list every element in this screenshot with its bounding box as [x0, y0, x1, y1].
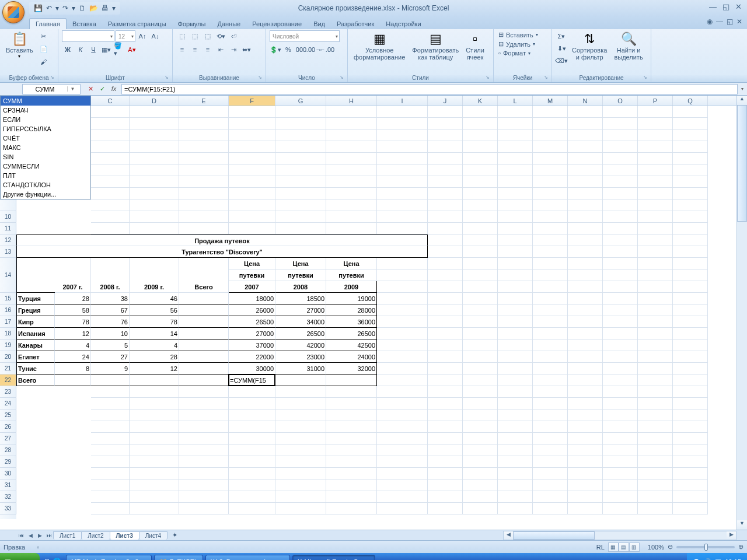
cell[interactable]: 2009 [326, 281, 377, 293]
cell[interactable] [498, 410, 533, 421]
cell[interactable] [603, 281, 638, 293]
cell[interactable] [326, 106, 377, 118]
cell[interactable] [673, 176, 708, 188]
cell[interactable] [326, 374, 377, 386]
cell[interactable] [463, 363, 498, 374]
cell[interactable] [603, 223, 638, 235]
cell[interactable] [229, 176, 275, 188]
cell[interactable] [603, 374, 638, 386]
cell[interactable]: 38 [91, 293, 130, 304]
cell[interactable] [463, 410, 498, 421]
cell[interactable] [428, 444, 463, 456]
bold-button[interactable]: Ж [62, 44, 74, 55]
row-29[interactable]: 29 [0, 456, 16, 468]
qat-save-icon[interactable]: 💾 [34, 4, 43, 12]
cell[interactable] [377, 351, 428, 363]
cell[interactable] [603, 246, 638, 258]
cell[interactable] [533, 340, 568, 351]
cell[interactable] [638, 386, 673, 398]
cell[interactable] [603, 188, 638, 200]
row-27[interactable]: 27 [0, 433, 16, 444]
cell[interactable] [603, 491, 638, 503]
cell[interactable] [130, 176, 179, 188]
cell[interactable] [498, 491, 533, 503]
row-32[interactable]: 32 [0, 491, 16, 503]
cell[interactable] [428, 351, 463, 363]
cell[interactable] [568, 491, 603, 503]
cell[interactable] [498, 480, 533, 491]
cell[interactable] [463, 118, 498, 130]
cell[interactable] [428, 188, 463, 200]
cell[interactable] [638, 421, 673, 433]
cell[interactable]: 37000 [229, 340, 275, 351]
cell[interactable] [568, 351, 603, 363]
cell[interactable] [638, 235, 673, 246]
cell[interactable] [533, 270, 568, 281]
view-layout-icon[interactable]: ▤ [619, 542, 629, 552]
cell[interactable] [377, 480, 428, 491]
cell[interactable]: Турагентство "Discovery" [16, 246, 428, 258]
cell[interactable] [275, 176, 326, 188]
cell[interactable] [377, 316, 428, 328]
cell[interactable] [326, 200, 377, 211]
cell[interactable]: 23000 [275, 351, 326, 363]
format-table-button[interactable]: ▤Форматировать как таблицу [410, 30, 461, 62]
cell[interactable] [638, 480, 673, 491]
cell[interactable] [463, 130, 498, 141]
cell[interactable] [377, 444, 428, 456]
cell[interactable]: 28000 [326, 304, 377, 316]
cell[interactable] [179, 340, 229, 351]
worksheet-grid[interactable]: C D E F G H I J K L M N O P Q 1011121314… [0, 96, 747, 530]
cell[interactable] [179, 480, 229, 491]
tab-insert[interactable]: Вставка [67, 19, 102, 29]
enter-icon[interactable]: ✓ [97, 85, 107, 93]
cell[interactable] [463, 316, 498, 328]
cell[interactable] [498, 106, 533, 118]
cell[interactable]: Греция [16, 304, 55, 316]
cell[interactable] [673, 328, 708, 340]
cell[interactable] [533, 374, 568, 386]
col-I[interactable]: I [377, 96, 428, 106]
cell[interactable] [603, 328, 638, 340]
row-18[interactable]: 18 [0, 328, 16, 340]
cell[interactable]: 4 [55, 340, 91, 351]
system-tray[interactable]: ⬤ 🔊 🛡 19:15 [687, 553, 747, 560]
office-button[interactable] [2, 1, 25, 23]
cell[interactable]: 14 [130, 328, 179, 340]
cell[interactable] [130, 444, 179, 456]
cell[interactable] [179, 130, 229, 141]
cell[interactable] [377, 164, 428, 176]
cell[interactable]: 26000 [229, 304, 275, 316]
cell[interactable] [179, 176, 229, 188]
col-D[interactable]: D [130, 96, 179, 106]
view-pagebreak-icon[interactable]: ▥ [629, 542, 640, 552]
align-left-icon[interactable]: ≡ [176, 44, 188, 55]
cell[interactable] [568, 421, 603, 433]
cell[interactable]: 42000 [275, 340, 326, 351]
fill-color-icon[interactable]: 🪣▾ [113, 44, 125, 55]
cell[interactable] [638, 258, 673, 270]
italic-button[interactable]: К [75, 44, 86, 55]
cell[interactable] [275, 130, 326, 141]
cell[interactable] [638, 176, 673, 188]
clear-icon[interactable]: ⌫▾ [556, 55, 567, 66]
cell[interactable] [673, 374, 708, 386]
wrap-text-icon[interactable]: ⏎ [228, 30, 239, 42]
cell[interactable] [428, 340, 463, 351]
func-item[interactable]: СРЗНАЧ [1, 106, 90, 115]
cell[interactable] [533, 386, 568, 398]
func-item[interactable]: ГИПЕРССЫЛКА [1, 124, 90, 134]
zoom-slider[interactable] [676, 546, 735, 548]
cell[interactable] [568, 141, 603, 153]
cell[interactable]: 27000 [275, 304, 326, 316]
align-bottom-icon[interactable]: ⬚ [202, 30, 214, 42]
cell[interactable] [275, 480, 326, 491]
name-box-dropdown[interactable]: ▼ [67, 86, 78, 92]
cell[interactable] [326, 503, 377, 514]
cell[interactable] [638, 328, 673, 340]
cell[interactable] [377, 503, 428, 514]
align-center-icon[interactable]: ≡ [189, 44, 201, 55]
cell[interactable] [498, 293, 533, 304]
cell[interactable] [498, 386, 533, 398]
cell[interactable] [91, 491, 130, 503]
